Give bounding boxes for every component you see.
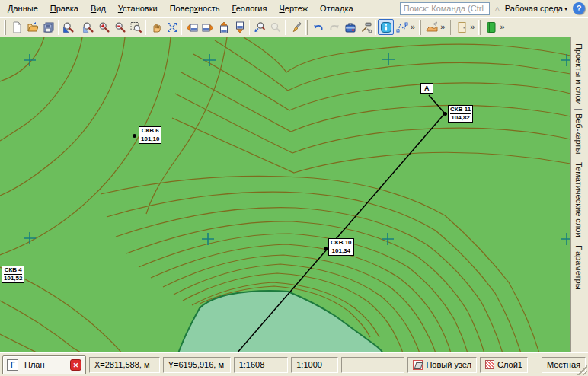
status-scale-current[interactable]: 1:1608 [234, 357, 289, 373]
menu-bar: ДанныеПравкаВидУстановкиПоверхностьГеоло… [0, 0, 588, 17]
map-canvas[interactable]: СКВ 6101,10СКВ 11104,82СКВ 10101,34СКВ 4… [0, 37, 570, 352]
sidebar-tab-3[interactable]: Тематические слои [574, 161, 583, 239]
zoom-initial-button[interactable] [60, 19, 76, 35]
borehole-point[interactable] [443, 112, 447, 116]
menu-7[interactable]: Чертеж [273, 2, 314, 15]
grid-cross-icon [203, 54, 216, 66]
toolbar-separator [249, 20, 250, 35]
chevron-down-icon: ▾ [564, 5, 567, 12]
sidebar-tab-4[interactable]: Параметры [574, 244, 583, 292]
search-options-icon[interactable]: △ [495, 5, 500, 12]
status-y-coordinate: Y=6195,916, м [163, 357, 231, 373]
menu-3[interactable]: Вид [85, 2, 112, 15]
scroll-up-button[interactable] [216, 19, 232, 35]
save-all-button[interactable] [40, 19, 56, 35]
reference-book-button[interactable] [483, 19, 499, 35]
repaint-brush-button[interactable] [287, 19, 303, 35]
grid-crosses [24, 53, 570, 245]
scroll-down-button[interactable] [232, 19, 248, 35]
menu-2[interactable]: Правка [44, 2, 85, 15]
open-document-button[interactable] [24, 19, 40, 35]
redo-button[interactable] [326, 19, 342, 35]
close-icon[interactable]: ✕ [70, 359, 81, 371]
status-mode-button[interactable]: Новый узел [407, 357, 477, 373]
workset-button[interactable] [342, 19, 358, 35]
status-scale-document[interactable]: 1:1000 [291, 357, 338, 373]
borehole-name: СКВ 6 [142, 127, 159, 134]
status-empty-field [341, 357, 404, 373]
borehole-name: СКВ 11 [450, 106, 471, 113]
polyline-edit-button[interactable] [394, 19, 410, 35]
grid-cross-icon [24, 54, 36, 66]
scroll-left-icon [186, 21, 198, 33]
surface-tools-icon [426, 21, 438, 33]
grid-cross-icon [382, 53, 395, 65]
status-layer-button[interactable]: Слой1 [480, 357, 528, 373]
fit-view-icon [166, 21, 178, 33]
toolbar-overflow-chevron[interactable]: » [469, 22, 476, 33]
menu-8[interactable]: Отладка [314, 2, 359, 15]
toolbar-grip[interactable] [419, 20, 421, 35]
pan-hand-icon [150, 21, 162, 33]
tools-button[interactable] [358, 19, 374, 35]
toolbar-grip[interactable] [449, 20, 451, 35]
borehole-elevation: 101,52 [4, 274, 22, 282]
help-icon[interactable]: ? [573, 2, 585, 14]
profile-point-a-label[interactable]: А [420, 83, 433, 94]
scroll-right-button[interactable] [200, 19, 216, 35]
borehole-point[interactable] [324, 247, 328, 250]
toolbar-grip[interactable] [4, 20, 6, 35]
borehole-elevation: 104,82 [450, 113, 471, 122]
menu-5[interactable]: Поверхность [164, 2, 226, 15]
zoom-out-button[interactable] [112, 19, 128, 35]
toolbar-overflow-chevron[interactable]: » [439, 22, 446, 33]
borehole-name: СКВ 4 [5, 266, 22, 273]
borehole-name: СКВ 10 [331, 239, 352, 246]
borehole-label[interactable]: СКВ 10101,34 [328, 238, 354, 256]
menu-1[interactable]: Данные [2, 2, 44, 15]
layer-icon [485, 360, 494, 369]
borehole-point[interactable] [133, 134, 136, 138]
borehole-label[interactable]: СКВ 4101,52 [2, 266, 24, 283]
toolbar-grip[interactable] [478, 20, 481, 35]
window-panel-icon [455, 21, 468, 33]
sidebar-tab-separator: | [574, 155, 583, 161]
status-bar: Г План ✕ X=2811,588, м Y=6195,916, м 1:1… [0, 352, 588, 376]
toolbar-grip[interactable] [305, 20, 308, 35]
search-input[interactable] [400, 2, 490, 15]
status-coordinate-system[interactable]: Местная [542, 357, 586, 373]
new-document-icon [11, 21, 23, 33]
borehole-label[interactable]: СКВ 6101,10 [139, 126, 161, 144]
zoom-out-icon [114, 21, 126, 33]
menu-4[interactable]: Установки [112, 2, 164, 15]
status-x-coordinate: X=2811,588, м [89, 357, 160, 373]
borehole-label[interactable]: СКВ 11104,82 [448, 105, 473, 123]
zoom-window-button[interactable] [128, 19, 144, 35]
toolbar-overflow-chevron[interactable]: » [410, 22, 417, 33]
workset-icon [344, 21, 356, 33]
zoom-extents-button[interactable] [80, 19, 96, 35]
sidebar-tab-1[interactable]: Проекты и слои [574, 42, 583, 107]
document-tab-plan[interactable]: Г План ✕ [2, 355, 86, 374]
side-panel-tabs: Проекты и слои|Веб-карты|Тематические сл… [570, 37, 588, 352]
view-next-button[interactable] [267, 19, 283, 35]
view-previous-button[interactable] [251, 19, 267, 35]
fit-view-button[interactable] [164, 19, 180, 35]
toolbar-separator [78, 20, 78, 35]
object-info-button[interactable] [378, 19, 394, 35]
sidebar-tab-2[interactable]: Веб-карты [574, 112, 583, 155]
scroll-left-button[interactable] [184, 19, 200, 35]
window-panel-button[interactable] [453, 19, 469, 35]
menu-6[interactable]: Геология [225, 2, 273, 15]
pan-hand-button[interactable] [148, 19, 164, 35]
sidebar-tab-separator: | [574, 107, 583, 112]
view-next-icon [270, 21, 282, 33]
surface-tools-button[interactable] [423, 19, 439, 35]
undo-button[interactable] [310, 19, 326, 35]
zoom-extents-icon [82, 21, 94, 33]
grid-cross-icon [561, 54, 570, 66]
new-document-button[interactable] [8, 19, 24, 35]
zoom-in-button[interactable] [96, 19, 112, 35]
workspace-menu[interactable]: Рабочая среда ▾ [505, 4, 567, 13]
toolbar-overflow-chevron[interactable]: » [499, 22, 506, 33]
